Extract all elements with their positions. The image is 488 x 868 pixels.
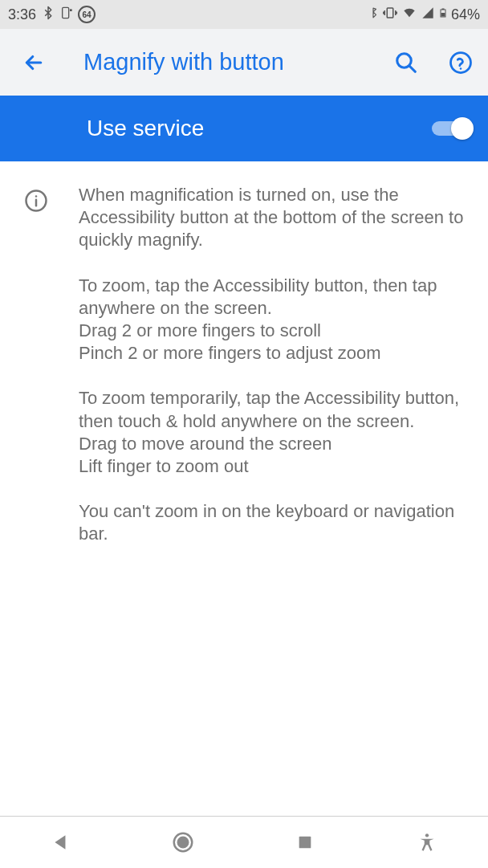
notification-count-badge: 64 bbox=[78, 6, 96, 23]
svg-rect-4 bbox=[441, 8, 444, 10]
vibrate-icon bbox=[382, 6, 398, 24]
nav-accessibility-button[interactable] bbox=[408, 823, 446, 862]
svg-rect-5 bbox=[441, 13, 445, 17]
use-service-toggle[interactable] bbox=[432, 116, 470, 141]
nfc-icon bbox=[60, 6, 73, 24]
back-button[interactable] bbox=[16, 45, 51, 80]
info-icon bbox=[24, 189, 48, 213]
cell-signal-icon bbox=[421, 6, 435, 23]
svg-point-12 bbox=[178, 837, 189, 848]
use-service-row[interactable]: Use service bbox=[0, 96, 488, 161]
nav-home-button[interactable] bbox=[164, 823, 202, 862]
battery-percent: 64% bbox=[451, 6, 480, 23]
status-right: 64% bbox=[368, 6, 480, 24]
info-text: When magnification is turned on, use the… bbox=[79, 184, 470, 546]
svg-rect-1 bbox=[70, 9, 72, 11]
use-service-label: Use service bbox=[87, 116, 432, 141]
wifi-icon bbox=[401, 6, 417, 23]
switch-thumb bbox=[451, 117, 474, 140]
svg-rect-2 bbox=[387, 8, 393, 18]
status-bar: 3:36 64 64% bbox=[0, 0, 488, 29]
status-left: 3:36 64 bbox=[8, 6, 96, 24]
svg-point-8 bbox=[460, 67, 462, 70]
svg-rect-13 bbox=[299, 837, 311, 849]
app-bar: Magnify with button bbox=[0, 29, 488, 96]
bluetooth-icon bbox=[368, 6, 379, 24]
svg-point-10 bbox=[35, 195, 38, 198]
svg-rect-0 bbox=[63, 7, 69, 18]
nav-back-button[interactable] bbox=[42, 823, 80, 862]
nav-recents-button[interactable] bbox=[286, 823, 324, 862]
page-title: Magnify with button bbox=[83, 49, 369, 75]
clock: 3:36 bbox=[8, 6, 36, 23]
svg-point-14 bbox=[425, 833, 429, 837]
info-area: When magnification is turned on, use the… bbox=[0, 161, 488, 546]
bluetooth-muted-icon bbox=[41, 6, 55, 24]
navigation-bar bbox=[0, 816, 488, 868]
search-button[interactable] bbox=[388, 45, 424, 80]
battery-icon bbox=[438, 6, 448, 24]
help-button[interactable] bbox=[443, 45, 478, 80]
